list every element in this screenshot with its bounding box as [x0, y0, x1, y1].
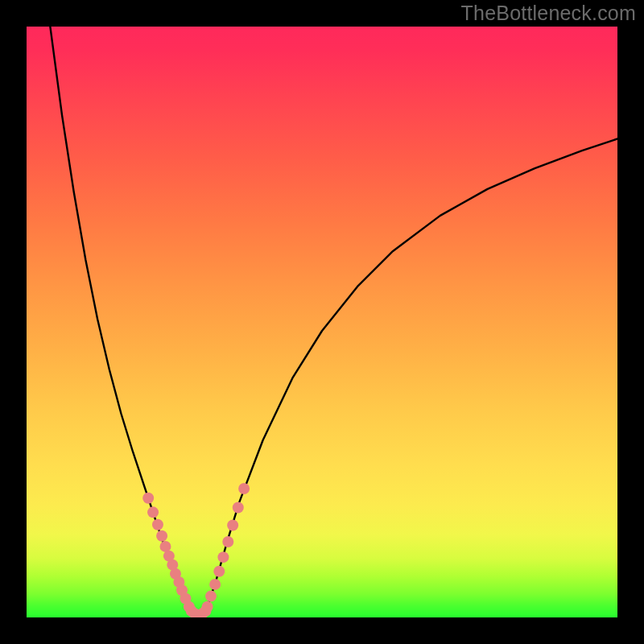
plot-area — [27, 27, 617, 617]
data-markers — [142, 483, 250, 617]
bottleneck-curve — [50, 27, 617, 616]
marker-right — [233, 502, 244, 513]
marker-left — [152, 519, 163, 530]
marker-right — [213, 566, 225, 577]
marker-left — [156, 530, 167, 542]
chart-frame: TheBottleneck.com — [0, 0, 644, 644]
marker-right — [209, 579, 221, 590]
marker-right — [238, 483, 250, 494]
marker-right — [227, 520, 238, 531]
bottleneck-curve-path — [50, 27, 617, 616]
marker-right — [205, 591, 217, 602]
marker-right — [222, 536, 233, 547]
chart-svg — [27, 27, 617, 617]
marker-right — [217, 551, 229, 563]
marker-floor — [200, 605, 211, 617]
marker-left — [147, 506, 159, 518]
watermark-text: TheBottleneck.com — [461, 2, 636, 25]
marker-left — [142, 493, 154, 504]
